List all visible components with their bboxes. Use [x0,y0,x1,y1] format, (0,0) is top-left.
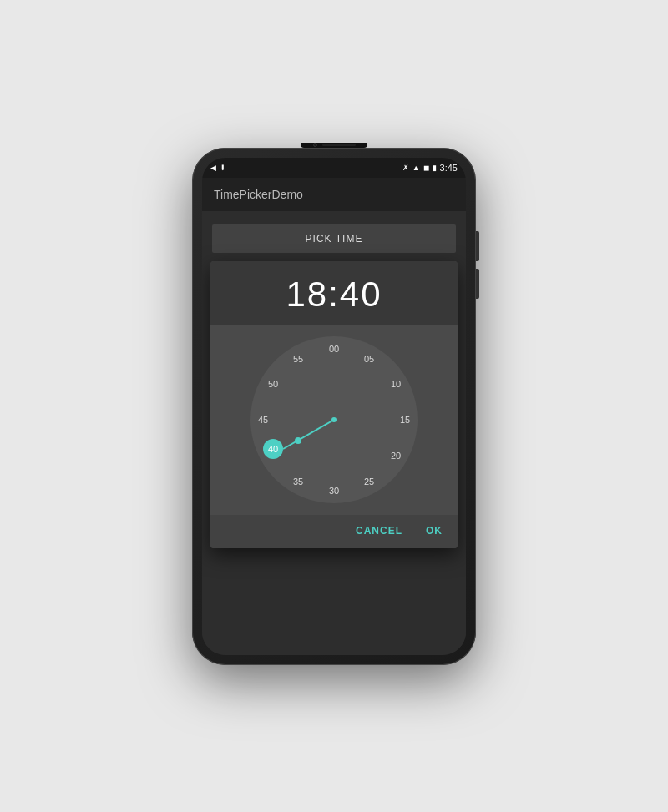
clock-num-35[interactable]: 35 [293,477,303,487]
phone-screen: ◀ ⬇ ✗ ▲ ◼ ▮ 3:45 TimePickerDemo PICK TIM… [202,158,466,655]
clock-container[interactable]: 00 05 10 15 20 25 30 35 [210,325,458,515]
status-time: 3:45 [440,163,458,173]
volume-down-button[interactable] [476,269,479,299]
clock-num-05[interactable]: 05 [364,354,374,364]
app-content: PICK TIME Pick a time here 18:40 [202,211,466,655]
bluetooth-icon: ✗ [402,164,409,172]
clock-num-30[interactable]: 30 [329,486,339,496]
svg-line-0 [283,420,334,449]
time-display: 18:40 [286,275,382,315]
clock-num-55[interactable]: 55 [293,354,303,364]
ok-button[interactable]: OK [421,522,448,540]
clock-num-10[interactable]: 10 [391,379,401,389]
clock-svg [250,336,418,503]
status-icons-right: ✗ ▲ ◼ ▮ 3:45 [402,163,458,173]
clock-num-00[interactable]: 00 [329,344,339,354]
app-title: TimePickerDemo [214,188,303,201]
phone-top-bar [301,143,367,148]
svg-point-1 [295,437,301,444]
status-bar: ◀ ⬇ ✗ ▲ ◼ ▮ 3:45 [202,158,466,178]
signal-icon: ◼ [423,164,429,172]
cancel-button[interactable]: CANCEL [351,522,407,540]
clock-num-50[interactable]: 50 [268,379,278,389]
pick-time-button[interactable]: PICK TIME [212,224,456,253]
timepicker-header: 18:40 [210,261,458,325]
timepicker-dialog: 18:40 [210,261,458,548]
svg-point-2 [331,417,337,422]
timepicker-actions: CANCEL OK [210,515,458,548]
clock-face[interactable]: 00 05 10 15 20 25 30 35 [250,336,418,503]
clock-num-15[interactable]: 15 [400,415,410,425]
wifi-icon: ▲ [412,164,420,172]
clock-num-40[interactable]: 40 [263,439,283,459]
notification-icon: ◀ [210,164,216,172]
download-icon: ⬇ [220,164,226,172]
app-bar: TimePickerDemo [202,178,466,211]
clock-num-45[interactable]: 45 [258,415,268,425]
front-camera [313,143,317,147]
volume-up-button[interactable] [476,231,479,261]
clock-num-20[interactable]: 20 [391,451,401,461]
battery-icon: ▮ [433,164,437,172]
speaker-grille [322,144,356,146]
clock-num-25[interactable]: 25 [364,477,374,487]
status-icons-left: ◀ ⬇ [210,164,226,172]
phone-device: ◀ ⬇ ✗ ▲ ◼ ▮ 3:45 TimePickerDemo PICK TIM… [192,148,476,665]
